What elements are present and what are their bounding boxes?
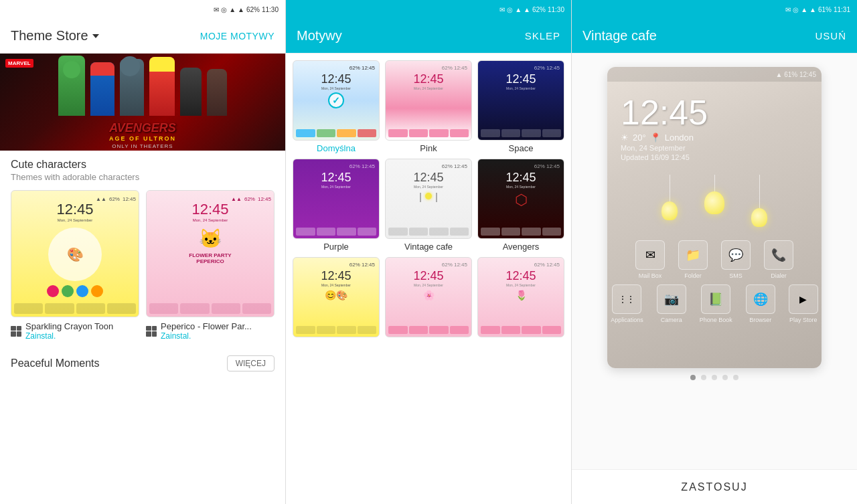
motywy-scroll[interactable]: 62% 12:45 12:45 Mon, 24 September Domyśl… <box>286 54 571 504</box>
panel-vintage: ✉ ◎ ▲ ▲ 61% 11:31 Vintage cafe USUŃ ▲ 61… <box>572 0 857 504</box>
vintage-title: Vintage cafe <box>582 28 657 44</box>
panel1-scroll[interactable]: Cute characters Themes with adorable cha… <box>0 151 285 504</box>
vintage-clock: 12:45 <box>621 95 808 130</box>
cute-characters-section: Cute characters Themes with adorable cha… <box>0 151 285 185</box>
theme-item-pink3[interactable]: 62% 12:45 12:45 Mon, 24 September 🌸 <box>385 257 472 340</box>
dot-5 <box>733 375 738 380</box>
panel-theme-store: ✉ ◎ ▲ ▲ 62% 11:30 Theme Store MOJE MOTYW… <box>0 0 286 504</box>
chevron-down-icon[interactable] <box>92 34 99 38</box>
banner-content: AVENGERS AGE OF ULTRON ONLY IN THEATERS <box>0 54 285 151</box>
avengers-thumb: 62% 12:45 12:45 Mon, 24 September ⬡ <box>477 159 564 239</box>
folder-icon: 📁 Folder <box>678 240 708 279</box>
lamp-3 <box>751 175 767 227</box>
pink4-thumb: 62% 12:45 12:45 Mon, 24 September 🌷 <box>477 257 564 337</box>
domyslna-thumb: 62% 12:45 12:45 Mon, 24 September <box>293 60 380 141</box>
sparkling-thumb: ▲▲62%12:45 12:45 Mon, 24 September 🎨 <box>11 190 139 317</box>
peperico-info: Peperico - Flower Par... Zainstal. <box>146 317 275 342</box>
theme-card-sparkling[interactable]: ▲▲62%12:45 12:45 Mon, 24 September 🎨 <box>11 190 139 342</box>
dot-1 <box>690 375 696 380</box>
cute-characters-subtitle: Themes with adorable characters <box>11 172 275 182</box>
lamp-2 <box>704 175 724 227</box>
status-bar-3: ✉ ◎ ▲ ▲ 61% 11:31 <box>572 0 857 19</box>
phonebook-icon: 📗 Phone Book <box>700 284 732 323</box>
vintage-content: ▲ 61% 12:45 12:45 ☀ 20° 📍 London Mon, 24… <box>572 54 857 469</box>
status-bar-2: ✉ ◎ ▲ ▲ 62% 11:30 <box>286 0 571 19</box>
status-icons-1: ✉ ◎ ▲ ▲ 62% 11:30 <box>214 6 279 13</box>
sparkling-thumb-inner: ▲▲62%12:45 12:45 Mon, 24 September 🎨 <box>11 191 139 317</box>
panel-motywy: ✉ ◎ ▲ ▲ 62% 11:30 Motywy SKLEP 62% 12:45… <box>286 0 572 504</box>
pink3-thumb: 62% 12:45 12:45 Mon, 24 September 🌸 <box>385 257 472 337</box>
header-title: Theme Store <box>11 28 99 44</box>
space-thumb: 62% 12:45 12:45 Mon, 24 September <box>477 60 564 141</box>
sparkling-name: Sparkling Crayon Toon Zainstal. <box>25 321 113 341</box>
mailbox-icon: ✉ Mail Box <box>635 240 665 279</box>
avengers-label: Avengers <box>503 242 540 252</box>
motywy-grid: 62% 12:45 12:45 Mon, 24 September Domyśl… <box>293 60 564 340</box>
theme-item-avengers[interactable]: 62% 12:45 12:45 Mon, 24 September ⬡ Aven… <box>477 159 564 252</box>
vintage-time-area: 12:45 ☀ 20° 📍 London Mon, 24 September U… <box>607 82 822 168</box>
sms-icon: 💬 SMS <box>721 240 751 279</box>
sklep-button[interactable]: SKLEP <box>525 30 560 41</box>
vintage-header: Vintage cafe USUŃ <box>572 19 857 54</box>
sparkling-info: Sparkling Crayon Toon Zainstal. <box>11 317 139 342</box>
vintage-date: Mon, 24 September <box>621 144 808 152</box>
lamp-1 <box>661 175 678 227</box>
vintage-updated: Updated 16/09 12:45 <box>621 153 808 161</box>
theme-item-vintage[interactable]: 62% 12:45 12:45 Mon, 24 September <box>385 159 472 252</box>
dot-3 <box>712 375 717 380</box>
theme-item-pink4[interactable]: 62% 12:45 12:45 Mon, 24 September 🌷 <box>477 257 564 340</box>
age-of-ultron: AGE OF ULTRON <box>58 135 227 142</box>
theme-item-behappy[interactable]: 62% 12:45 12:45 Mon, 24 September 😊🎨 <box>293 257 380 340</box>
playstore-icon: ▶ Play Store <box>789 284 818 323</box>
usun-button[interactable]: USUŃ <box>815 30 846 41</box>
behappy-thumb: 62% 12:45 12:45 Mon, 24 September 😊🎨 <box>293 257 380 337</box>
peperico-name: Peperico - Flower Par... Zainstal. <box>161 321 252 341</box>
cute-characters-themes: ▲▲62%12:45 12:45 Mon, 24 September 🎨 <box>0 185 285 347</box>
avengers-title: AVENGERS <box>58 121 227 135</box>
theme-store-title: Theme Store <box>11 28 88 44</box>
page-indicator <box>690 375 738 380</box>
purple-label: Purple <box>323 242 349 252</box>
vintage-phone-mockup: ▲ 61% 12:45 12:45 ☀ 20° 📍 London Mon, 24… <box>607 67 822 368</box>
dialer-icon: 📞 Dialer <box>764 240 793 279</box>
browser-icon: 🌐 Browser <box>746 284 775 323</box>
theme-item-space[interactable]: 62% 12:45 12:45 Mon, 24 September Space <box>477 60 564 153</box>
my-themes-button[interactable]: MOJE MOTYWY <box>200 31 275 41</box>
theme-item-domyslna[interactable]: 62% 12:45 12:45 Mon, 24 September Domyśl… <box>293 60 380 153</box>
vintage-apps-row2: ⋮⋮ Applications 📷 Camera 📗 Phone Book 🌐 … <box>607 284 822 323</box>
camera-icon: 📷 Camera <box>657 284 686 323</box>
status-icons-2: ✉ ◎ ▲ ▲ 62% 11:30 <box>499 6 564 13</box>
only-in-theaters: ONLY IN THEATERS <box>58 143 227 149</box>
peperico-thumb-inner: ▲▲62%12:45 12:45 Mon, 24 September 🐱 FLO… <box>147 191 274 317</box>
sparkling-icon <box>11 326 21 337</box>
theme-store-header: Theme Store MOJE MOTYWY <box>0 19 285 54</box>
dot-4 <box>722 375 728 380</box>
motywy-header: Motywy SKLEP <box>286 19 571 54</box>
peaceful-moments-section: Peaceful Moments WIĘCEJ <box>0 347 285 380</box>
zastosuj-button[interactable]: ZASTOSUJ <box>572 469 857 504</box>
vintage-status-bar: ▲ 61% 12:45 <box>607 67 822 82</box>
domyslna-label: Domyślna <box>317 143 356 153</box>
selected-check <box>328 92 344 108</box>
vintage-label: Vintage cafe <box>404 242 453 252</box>
purple-thumb: 62% 12:45 12:45 Mon, 24 September <box>293 159 380 239</box>
pink-thumb: 62% 12:45 12:45 Mon, 24 September <box>385 60 472 141</box>
apps-icon: ⋮⋮ Applications <box>611 284 643 323</box>
theme-item-pink[interactable]: 62% 12:45 12:45 Mon, 24 September Pink <box>385 60 472 153</box>
more-button[interactable]: WIĘCEJ <box>227 355 275 371</box>
vintage-apps-row1: ✉ Mail Box 📁 Folder 💬 SMS 📞 Dialer <box>607 240 822 279</box>
peperico-icon <box>146 326 157 337</box>
pink-label: Pink <box>420 143 437 153</box>
dot-2 <box>701 375 706 380</box>
theme-card-peperico[interactable]: ▲▲62%12:45 12:45 Mon, 24 September 🐱 FLO… <box>146 190 275 342</box>
avengers-banner[interactable]: AVENGERS AGE OF ULTRON ONLY IN THEATERS … <box>0 54 285 151</box>
vintage-thumb: 62% 12:45 12:45 Mon, 24 September <box>385 159 472 239</box>
cute-characters-title: Cute characters <box>11 159 275 171</box>
status-bar-1: ✉ ◎ ▲ ▲ 62% 11:30 <box>0 0 285 19</box>
peperico-thumb: ▲▲62%12:45 12:45 Mon, 24 September 🐱 FLO… <box>146 190 275 317</box>
motywy-title: Motywy <box>297 28 342 44</box>
marvel-badge: MARVEL <box>5 59 33 68</box>
status-icons-3: ✉ ◎ ▲ ▲ 61% 11:31 <box>785 6 850 13</box>
vintage-weather: ☀ 20° 📍 London <box>621 133 808 143</box>
theme-item-purple[interactable]: 62% 12:45 12:45 Mon, 24 September Purple <box>293 159 380 252</box>
